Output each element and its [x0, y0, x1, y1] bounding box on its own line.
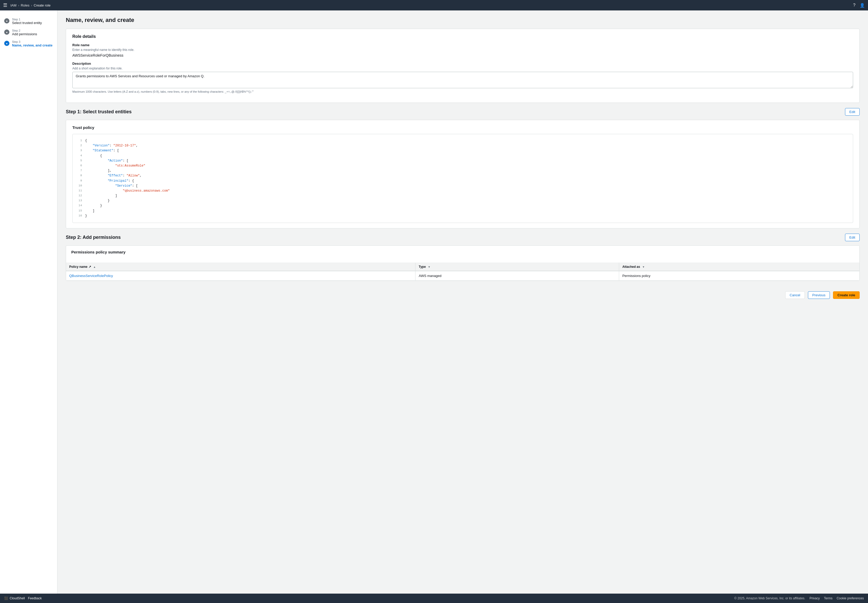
step1-edit-button[interactable]: Edit [845, 108, 860, 116]
description-char-hint: Maximum 1000 characters. Use letters (A-… [72, 90, 853, 93]
trust-policy-title: Trust policy [72, 125, 853, 130]
description-label: Description [72, 62, 853, 65]
step2-section-header: Step 2: Add permissions Edit [66, 233, 860, 241]
cookie-link[interactable]: Cookie preferences [837, 597, 864, 600]
step2-section-title: Step 2: Add permissions [66, 235, 121, 240]
main-content: Name, review, and create Role details Ro… [57, 11, 868, 594]
bottom-bar: ⬛ CloudShell Feedback © 2025, Amazon Web… [0, 594, 868, 603]
breadcrumb-current: Create role [34, 3, 50, 7]
policy-attached-cell: Permissions policy [619, 271, 859, 281]
table-row: QBusinessServiceRolePolicy AWS managed P… [66, 271, 859, 281]
code-line-4: 4 { [77, 153, 849, 158]
code-line-2: 2 "Version": "2012-10-17", [77, 143, 849, 148]
col-policy-name[interactable]: Policy name ↗ ▲ [66, 263, 415, 271]
help-icon[interactable]: ? [853, 3, 856, 8]
step1-section: Step 1: Select trusted entities Edit Tru… [66, 108, 860, 229]
description-group: Description Add a short explanation for … [72, 62, 853, 93]
code-line-13: 13 } [77, 198, 849, 203]
trust-policy-code: 1 { 2 "Version": "2012-10-17", 3 "Statem… [72, 134, 853, 223]
bottom-bar-right: © 2025, Amazon Web Services, Inc. or its… [734, 597, 864, 600]
step-2-label: Add permissions [12, 32, 37, 36]
step-3-label: Name, review, and create [12, 43, 53, 47]
code-line-10: 10 "Service": [ [77, 184, 849, 189]
step-3-circle: ● [4, 41, 9, 46]
step-1-num: Step 1 [12, 18, 42, 21]
code-line-5: 5 "Action": [ [77, 158, 849, 164]
cancel-button[interactable]: Cancel [785, 291, 805, 299]
code-line-16: 16 } [77, 213, 849, 218]
table-header-row: Policy name ↗ ▲ Type ▼ [66, 263, 859, 271]
sidebar-step-3: ● Step 3 Name, review, and create [0, 38, 57, 49]
step-3-text: Step 3 Name, review, and create [12, 40, 53, 47]
trust-policy-card: Trust policy 1 { 2 "Version": "2012-10-1… [66, 120, 860, 229]
user-icon[interactable]: 👤 [860, 3, 865, 8]
breadcrumb: IAM › Roles › Create role [11, 3, 50, 7]
description-textarea[interactable]: Grants permissions to AWS Services and R… [72, 72, 853, 88]
top-nav: ☰ IAM › Roles › Create role ? 👤 [0, 0, 868, 11]
sort-icon-policy: ▲ [93, 266, 96, 268]
code-line-3: 3 "Statement": [ [77, 148, 849, 153]
role-name-value: AWSServiceRoleForQBusiness [72, 53, 853, 57]
role-name-group: Role name Enter a meaningful name to ide… [72, 43, 853, 57]
code-line-8: 8 "Effect": "Allow", [77, 173, 849, 178]
permissions-policy-title: Permissions policy summary [71, 250, 854, 254]
step-2-circle: ● [4, 29, 9, 35]
role-details-title: Role details [72, 34, 853, 39]
code-line-15: 15 ] [77, 209, 849, 213]
external-link-icon: ↗ [88, 265, 91, 269]
step1-section-header: Step 1: Select trusted entities Edit [66, 108, 860, 116]
bottom-bar-left: ⬛ CloudShell Feedback [4, 597, 42, 600]
description-hint: Add a short explanation for this role. [72, 66, 853, 70]
previous-button[interactable]: Previous [808, 291, 830, 299]
privacy-link[interactable]: Privacy [809, 597, 820, 600]
create-role-button[interactable]: Create role [833, 291, 860, 299]
action-row: Cancel Previous Create role [66, 286, 860, 304]
code-line-14: 14 } [77, 203, 849, 208]
code-line-7: 7 ], [77, 169, 849, 173]
step1-section-title: Step 1: Select trusted entities [66, 109, 132, 114]
page-title: Name, review, and create [66, 17, 860, 23]
feedback-link[interactable]: Feedback [28, 597, 42, 600]
step-2-num: Step 2 [12, 29, 37, 32]
sidebar-step-2: ● Step 2 Add permissions [0, 27, 57, 38]
step-3-num: Step 3 [12, 40, 53, 43]
permissions-policy-card: Permissions policy summary Policy name ↗… [66, 245, 860, 281]
copyright-text: © 2025, Amazon Web Services, Inc. or its… [734, 597, 805, 600]
step2-section: Step 2: Add permissions Edit Permissions… [66, 233, 860, 281]
policy-name-link[interactable]: QBusinessServiceRolePolicy [69, 274, 113, 278]
top-nav-right: ? 👤 [853, 3, 865, 8]
role-details-card: Role details Role name Enter a meaningfu… [66, 29, 860, 103]
breadcrumb-sep-1: › [18, 3, 19, 7]
step2-edit-button[interactable]: Edit [845, 233, 860, 241]
terms-link[interactable]: Terms [824, 597, 832, 600]
step-2-text: Step 2 Add permissions [12, 29, 37, 36]
permissions-table: Policy name ↗ ▲ Type ▼ [66, 263, 859, 281]
step-1-label: Select trusted entity [12, 21, 42, 25]
role-name-hint: Enter a meaningful name to identify this… [72, 48, 853, 52]
step-1-text: Step 1 Select trusted entity [12, 18, 42, 25]
breadcrumb-iam[interactable]: IAM [11, 3, 17, 7]
col-type[interactable]: Type ▼ [415, 263, 619, 271]
role-name-label: Role name [72, 43, 853, 47]
cloudshell-icon: ⬛ [4, 597, 8, 600]
code-line-9: 9 "Principal": { [77, 179, 849, 184]
sort-icon-attached: ▼ [642, 266, 645, 268]
permissions-policy-header: Permissions policy summary [66, 246, 859, 263]
breadcrumb-roles[interactable]: Roles [21, 3, 29, 7]
code-line-12: 12 ] [77, 193, 849, 198]
code-line-11: 11 "qbusiness.amazonaws.com" [77, 189, 849, 193]
sidebar-step-1: ● Step 1 Select trusted entity [0, 15, 57, 27]
cloudshell-label[interactable]: ⬛ CloudShell [4, 597, 25, 600]
code-line-6: 6 "sts:AssumeRole" [77, 164, 849, 169]
sort-icon-type: ▼ [428, 266, 431, 268]
breadcrumb-sep-2: › [31, 3, 32, 7]
permissions-policy-body: Policy name ↗ ▲ Type ▼ [66, 263, 859, 281]
hamburger-menu[interactable]: ☰ [3, 2, 7, 8]
col-attached-as[interactable]: Attached as ▼ [619, 263, 859, 271]
step-1-circle: ● [4, 18, 9, 23]
sidebar: ● Step 1 Select trusted entity ● Step 2 … [0, 11, 57, 594]
policy-type-cell: AWS managed [415, 271, 619, 281]
policy-name-cell: QBusinessServiceRolePolicy [66, 271, 415, 281]
code-line-1: 1 { [77, 138, 849, 143]
